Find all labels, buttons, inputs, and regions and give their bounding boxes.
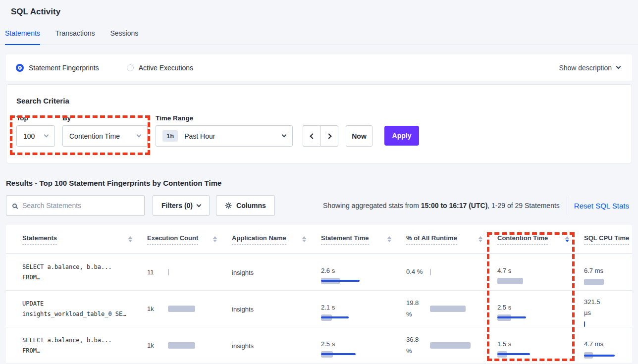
statement-time-cell: 2.1 s — [321, 304, 406, 314]
column-header-application-name[interactable]: Application Name — [232, 234, 321, 245]
sort-icon[interactable] — [213, 236, 217, 242]
search-criteria-panel: Search Criteria Top 100 By Contention Ti… — [6, 84, 632, 163]
table-row[interactable]: SELECT a.balance, b.ba... FROM… 11 insig… — [6, 254, 632, 291]
top-field: Top 100 — [16, 114, 62, 147]
sort-icon[interactable] — [387, 236, 391, 242]
results-toolbar: Filters (0) Columns Showing aggregated s… — [6, 195, 632, 216]
search-criteria-title: Search Criteria — [16, 97, 622, 105]
runtime-percent-cell: 36.8 % — [406, 334, 497, 356]
table-row[interactable]: SELECT a.balance, b.ba... FROM… 1k insig… — [6, 327, 632, 364]
contention-time-cell: 1.5 s — [497, 340, 584, 351]
now-button[interactable]: Now — [346, 125, 372, 147]
column-header-sql-cpu-time[interactable]: SQL CPU Time — [584, 234, 632, 245]
chevron-down-icon — [616, 64, 621, 69]
radio-label: Statement Fingerprints — [29, 64, 99, 72]
previous-time-button[interactable] — [303, 125, 320, 147]
by-label: By — [62, 114, 156, 122]
column-header-statements[interactable]: Statements — [22, 234, 147, 245]
radio-statement-fingerprints[interactable]: Statement Fingerprints — [16, 64, 99, 72]
sort-icon[interactable] — [478, 236, 482, 242]
statement-cell[interactable]: UPDATE insights_workload_table_0 SE… — [22, 299, 147, 319]
time-range-label: Time Range — [156, 114, 303, 122]
view-toggle-group: Statement Fingerprints Active Executions — [16, 64, 193, 72]
sql-activity-page: SQL Activity Statements Transactions Ses… — [0, 0, 638, 364]
statement-cell[interactable]: SELECT a.balance, b.ba... FROM… — [22, 335, 147, 356]
time-range-value: Past Hour — [184, 132, 282, 140]
show-description-toggle[interactable]: Show description — [559, 64, 620, 72]
chevron-down-icon — [137, 133, 142, 138]
chevron-left-icon — [310, 133, 315, 139]
execution-count-cell: 1k — [147, 342, 232, 349]
top-label: Top — [16, 114, 62, 122]
sql-cpu-time-cell: 6.7 ms — [584, 265, 632, 279]
radio-active-executions[interactable]: Active Executions — [127, 64, 194, 72]
next-time-button[interactable] — [320, 125, 338, 147]
execution-count-bar — [168, 269, 222, 275]
execution-count-bar — [168, 306, 222, 312]
stats-time-range: 15:00 to 16:17 (UTC) — [421, 202, 488, 209]
statement-time-cell: 2.6 s — [321, 267, 406, 278]
contention-time-cell: 2.5 s — [497, 304, 584, 314]
tab-statements[interactable]: Statements — [5, 29, 40, 45]
radio-label: Active Executions — [139, 64, 194, 72]
runtime-percent-bar — [430, 269, 484, 275]
sort-icon[interactable] — [565, 236, 569, 242]
gear-icon — [225, 202, 232, 209]
show-description-label: Show description — [559, 64, 612, 72]
tab-sessions[interactable]: Sessions — [110, 29, 138, 45]
radio-unselected-icon[interactable] — [127, 64, 134, 71]
runtime-percent-bar — [430, 342, 484, 349]
filters-button[interactable]: Filters (0) — [153, 195, 210, 216]
table-row[interactable]: UPDATE insights_workload_table_0 SE… 1k … — [6, 291, 632, 327]
tab-transactions[interactable]: Transactions — [55, 29, 95, 45]
top-select[interactable]: 100 — [16, 125, 55, 147]
statements-table: Statements Execution Count Application N… — [6, 225, 632, 364]
application-name-cell: insights — [232, 305, 321, 313]
columns-button[interactable]: Columns — [216, 195, 275, 216]
by-field: By Contention Time — [62, 114, 156, 147]
application-name-cell: insights — [232, 268, 321, 277]
reset-sql-stats-link[interactable]: Reset SQL Stats — [574, 202, 629, 210]
column-header-execution-count[interactable]: Execution Count — [147, 234, 232, 245]
statement-time-cell: 2.5 s — [321, 340, 406, 351]
time-range-badge: 1h — [162, 130, 178, 142]
tab-bar: Statements Transactions Sessions — [0, 29, 638, 45]
runtime-percent-bar — [430, 306, 484, 312]
sql-cpu-time-cell: 4.7 ms — [584, 339, 632, 352]
execution-count-bar — [168, 342, 222, 349]
page-title: SQL Activity — [11, 6, 627, 17]
sort-icon[interactable] — [128, 236, 132, 242]
divider — [567, 197, 567, 214]
statement-cell[interactable]: SELECT a.balance, b.ba... FROM… — [22, 262, 147, 283]
results-heading: Results - Top 100 Statement Fingerprints… — [6, 179, 638, 187]
sort-icon[interactable] — [302, 236, 306, 242]
column-header-statement-time[interactable]: Statement Time — [321, 234, 406, 245]
table-header-row: Statements Execution Count Application N… — [6, 225, 632, 254]
time-range-select[interactable]: 1h Past Hour — [156, 125, 293, 147]
time-nav-group — [303, 125, 338, 147]
by-select-value: Contention Time — [69, 132, 137, 140]
chevron-down-icon — [282, 133, 287, 138]
contention-time-cell: 4.7 s — [497, 267, 584, 278]
chevron-right-icon — [326, 133, 331, 139]
aggregated-stats-text: Showing aggregated stats from 15:00 to 1… — [323, 202, 560, 209]
execution-count-cell: 11 — [147, 268, 232, 276]
sql-cpu-time-cell: 321.5 µs — [584, 297, 632, 321]
filters-label: Filters (0) — [161, 202, 193, 209]
top-select-value: 100 — [23, 132, 45, 140]
application-name-cell: insights — [232, 341, 321, 350]
columns-label: Columns — [236, 202, 266, 209]
column-header-contention-time[interactable]: Contention Time — [497, 234, 584, 245]
search-statements-input[interactable] — [22, 202, 138, 209]
time-range-field: Time Range 1h Past Hour — [156, 114, 303, 147]
by-select[interactable]: Contention Time — [62, 125, 148, 147]
chevron-down-icon — [197, 202, 202, 207]
radio-selected-icon[interactable] — [16, 64, 24, 72]
view-toggle-bar: Statement Fingerprints Active Executions… — [6, 54, 632, 81]
runtime-percent-cell: 0.4 % — [406, 266, 497, 277]
column-header-percent-of-all-runtime[interactable]: % of All Runtime — [406, 234, 497, 245]
search-statements-box[interactable] — [6, 195, 145, 216]
execution-count-cell: 1k — [147, 305, 232, 312]
apply-button[interactable]: Apply — [384, 126, 419, 146]
chevron-down-icon — [44, 133, 49, 138]
